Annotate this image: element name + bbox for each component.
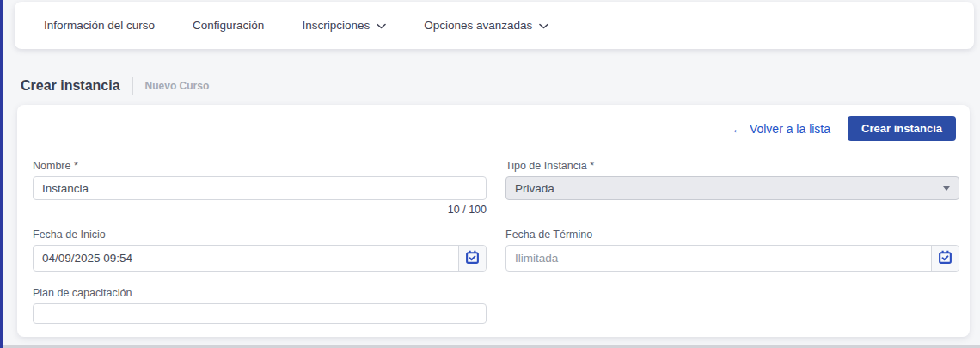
page-title: Crear instancia: [21, 78, 120, 94]
page: Información del curso Configuración Insc…: [0, 0, 980, 348]
field-fecha-termino: Fecha de Término: [505, 229, 959, 272]
tipo-instancia-value: Privada: [515, 182, 554, 195]
nombre-input[interactable]: [33, 176, 487, 200]
back-to-list-link[interactable]: ← Volver a la lista: [732, 122, 830, 136]
plan-capacitacion-input[interactable]: [33, 303, 487, 324]
fecha-termino-input[interactable]: [506, 246, 931, 271]
nav-item-label: Configuración: [193, 19, 264, 32]
nav-item-label: Información del curso: [44, 19, 155, 32]
nav-item-configuracion[interactable]: Configuración: [193, 19, 264, 32]
fecha-termino-group: [505, 245, 959, 272]
chevron-down-icon: [377, 19, 386, 32]
nav-item-opciones-avanzadas[interactable]: Opciones avanzadas: [424, 19, 548, 32]
create-instance-card: ← Volver a la lista Crear instancia Nomb…: [17, 105, 970, 337]
fecha-termino-calendar-button[interactable]: [931, 246, 959, 271]
field-plan-capacitacion: Plan de capacitación: [33, 287, 487, 324]
fecha-inicio-input[interactable]: [34, 246, 458, 271]
tipo-instancia-select[interactable]: Privada: [505, 176, 959, 200]
tipo-instancia-label: Tipo de Instancia *: [505, 160, 959, 172]
breadcrumb-subtitle: Nuevo Curso: [145, 80, 210, 92]
fecha-inicio-calendar-button[interactable]: [458, 246, 486, 271]
card-toolbar: ← Volver a la lista Crear instancia: [732, 116, 956, 141]
nombre-char-counter: 10 / 100: [33, 204, 487, 216]
create-instance-button[interactable]: Crear instancia: [848, 116, 956, 141]
field-nombre: Nombre * 10 / 100: [33, 160, 487, 216]
breadcrumb: Crear instancia Nuevo Curso: [21, 77, 209, 95]
left-edge-accent: [0, 0, 3, 348]
fecha-inicio-group: [33, 245, 487, 272]
fecha-inicio-label: Fecha de Inicio: [33, 229, 487, 241]
select-caret-icon: [943, 186, 950, 191]
fecha-termino-label: Fecha de Término: [505, 229, 959, 241]
nombre-label: Nombre *: [33, 160, 487, 172]
course-nav-bar: Información del curso Configuración Insc…: [15, 2, 974, 49]
nav-item-label: Inscripciones: [302, 19, 370, 32]
breadcrumb-divider: [132, 77, 133, 95]
field-fecha-inicio: Fecha de Inicio: [33, 229, 487, 272]
back-link-label: Volver a la lista: [750, 122, 830, 136]
nav-item-inscripciones[interactable]: Inscripciones: [302, 19, 386, 32]
plan-capacitacion-label: Plan de capacitación: [33, 287, 487, 299]
nav-item-informacion-del-curso[interactable]: Información del curso: [44, 19, 155, 32]
arrow-left-icon: ←: [732, 122, 744, 136]
field-tipo-instancia: Tipo de Instancia * Privada: [505, 160, 959, 200]
calendar-check-icon: [938, 250, 952, 267]
nav-item-label: Opciones avanzadas: [424, 19, 532, 32]
chevron-down-icon: [539, 19, 548, 32]
calendar-check-icon: [465, 250, 480, 267]
bottom-edge-bar: [3, 345, 980, 348]
